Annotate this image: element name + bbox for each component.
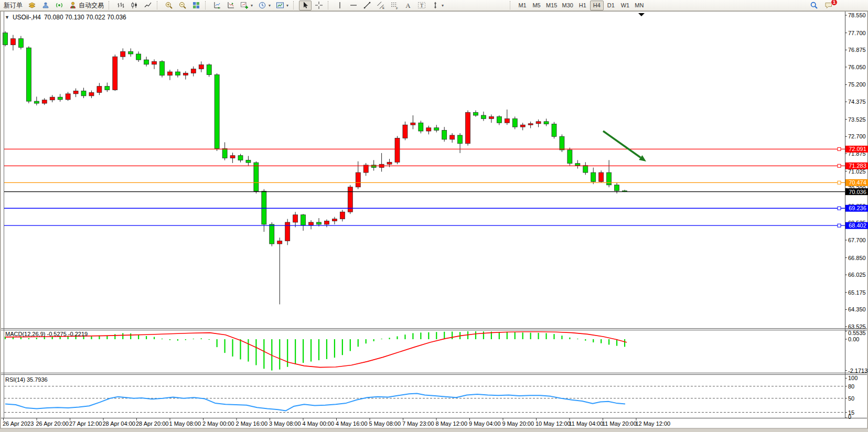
timeframe-w1-button[interactable]: W1 xyxy=(618,1,632,10)
price-tick-label: 66.025 xyxy=(848,272,866,278)
symbol-collapse-icon[interactable]: ▼ xyxy=(5,15,9,20)
time-label: 28 Apr 20:00 xyxy=(136,420,168,427)
candle-bull xyxy=(167,72,172,75)
line-chart-button[interactable] xyxy=(142,1,154,10)
search-icon xyxy=(810,1,818,9)
time-label: 1 May 08:00 xyxy=(169,420,201,427)
toolbar-separator xyxy=(109,1,112,9)
search-button[interactable] xyxy=(808,1,820,10)
hline-handle[interactable] xyxy=(838,147,841,150)
layers-button[interactable] xyxy=(26,1,38,10)
period-button[interactable]: ▾ xyxy=(256,1,273,10)
horizontal-line-icon xyxy=(349,1,358,9)
timeframe-m5-button[interactable]: M5 xyxy=(530,1,543,10)
candle-bear xyxy=(512,118,517,127)
price-tick-label: 64.350 xyxy=(848,306,866,312)
price-tick-label: 73.525 xyxy=(848,116,866,123)
hline-handle[interactable] xyxy=(838,207,841,210)
rsi-indicator-label: RSI(14) 35.7936 xyxy=(5,376,48,383)
candle-bull xyxy=(332,219,337,221)
chevron-down-icon: ▾ xyxy=(251,3,253,8)
candle-bull xyxy=(599,172,604,181)
candle-bear xyxy=(175,72,180,75)
svg-text:T: T xyxy=(420,3,423,8)
new-order-button[interactable]: 新订单 xyxy=(2,1,25,10)
notifications-button[interactable]: 1 xyxy=(822,1,835,10)
vertical-line-icon xyxy=(336,1,344,9)
vertical-line-button[interactable] xyxy=(334,1,346,10)
arrange-charts-button[interactable] xyxy=(211,1,223,10)
template-button[interactable]: ▾ xyxy=(274,1,291,10)
hline-handle[interactable] xyxy=(838,224,841,227)
zoom-in-button[interactable] xyxy=(163,1,175,10)
text-button[interactable]: A xyxy=(402,1,414,10)
candle-bull xyxy=(199,65,203,69)
candle-bull xyxy=(10,39,15,45)
timeframe-mn-button[interactable]: MN xyxy=(633,1,646,10)
candle-bear xyxy=(105,87,110,90)
crosshair-button[interactable] xyxy=(313,1,325,10)
arrow-objects-button[interactable]: ▾ xyxy=(429,1,446,10)
candle-bear xyxy=(583,166,588,172)
candle-bull xyxy=(113,57,117,90)
candle-bull xyxy=(450,135,455,139)
candle-bull xyxy=(285,222,290,241)
candle-bull xyxy=(42,100,47,103)
line-chart-icon xyxy=(144,1,152,9)
autotrading-button[interactable]: 自动交易 xyxy=(67,1,106,10)
timeframe-m1-button[interactable]: M1 xyxy=(516,1,529,10)
zoom-in-icon xyxy=(165,1,173,9)
time-label: 28 Apr 04:00 xyxy=(103,420,135,427)
equidistant-channel-button[interactable]: E xyxy=(374,1,387,10)
text-icon: A xyxy=(404,1,412,9)
candle-bear xyxy=(246,160,251,163)
timeframe-m30-button[interactable]: M30 xyxy=(560,1,575,10)
candle-bear xyxy=(81,91,86,95)
timeframe-h4-button[interactable]: H4 xyxy=(590,1,604,10)
toolbar-separator xyxy=(510,1,513,9)
price-tick-label: 76.875 xyxy=(848,47,866,53)
horizontal-line-button[interactable] xyxy=(347,1,360,10)
fibonacci-button[interactable]: F xyxy=(388,1,401,10)
timeframe-h1-button[interactable]: H1 xyxy=(576,1,590,10)
price-tag-label: 69.236 xyxy=(849,205,866,211)
candle-bear xyxy=(215,75,219,149)
rsi-tick-label: 50 xyxy=(848,395,854,402)
text-label-button[interactable]: T xyxy=(415,1,428,10)
candle-bull xyxy=(324,221,329,224)
time-label: 5 May 08:00 xyxy=(369,420,401,427)
candle-bull xyxy=(73,91,78,94)
timeframe-m15-button[interactable]: M15 xyxy=(544,1,559,10)
broadcast-button[interactable] xyxy=(53,1,66,10)
symbol-period-label: USOil-,H4 xyxy=(13,14,41,21)
tile-windows-button[interactable] xyxy=(190,1,202,10)
tile-windows-icon xyxy=(192,1,200,9)
profiles-button[interactable] xyxy=(39,1,52,10)
main-toolbar: 新订单 自动交易 xyxy=(0,0,868,11)
time-label: 9 May 20:00 xyxy=(502,420,534,427)
ohlc-values: 70.080 70.130 70.022 70.036 xyxy=(44,14,126,21)
hline-handle[interactable] xyxy=(838,164,841,167)
new-chart-button[interactable]: ▾ xyxy=(238,1,255,10)
cascade-charts-button[interactable] xyxy=(224,1,237,10)
trendline-button[interactable] xyxy=(361,1,373,10)
cursor-button[interactable] xyxy=(299,1,312,10)
hline-handle[interactable] xyxy=(838,181,841,184)
zoom-out-button[interactable] xyxy=(176,1,189,10)
arrow-objects-icon xyxy=(431,1,440,9)
chart-canvas[interactable]: 78.55077.70076.87576.05075.20074.37573.5… xyxy=(0,11,868,429)
bar-chart-button[interactable] xyxy=(114,1,127,10)
candle-bull xyxy=(230,156,235,158)
candle-bull xyxy=(505,118,509,123)
candle-bull xyxy=(403,125,408,138)
time-label: 3 May 08:00 xyxy=(269,420,301,427)
macd-tick-label: -2.1713 xyxy=(848,368,867,374)
candle-bull xyxy=(191,69,196,73)
notification-badge: 1 xyxy=(831,0,838,6)
candlestick-button[interactable] xyxy=(128,1,141,10)
profiles-icon xyxy=(41,1,50,9)
timeframe-d1-button[interactable]: D1 xyxy=(604,1,618,10)
candle-bull xyxy=(277,241,282,244)
candle-bear xyxy=(497,116,501,123)
price-tick-label: 67.700 xyxy=(848,237,866,243)
